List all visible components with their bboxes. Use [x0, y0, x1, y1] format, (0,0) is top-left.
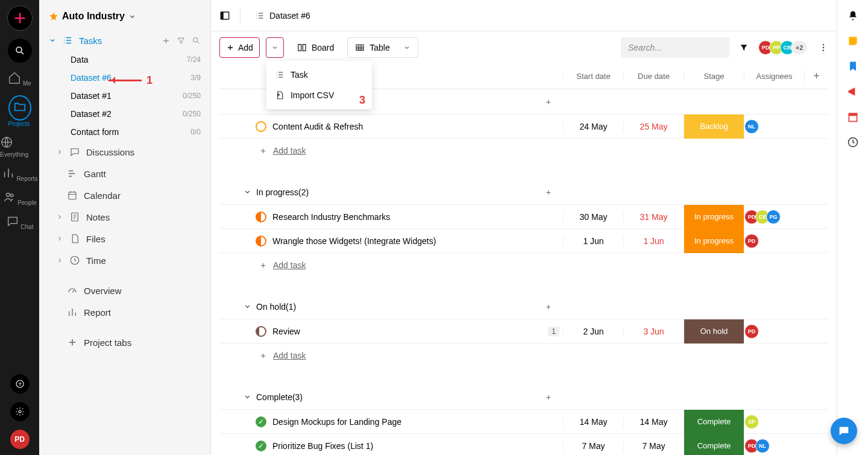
plus-icon: [226, 43, 234, 52]
sidebar-notes[interactable]: Notes: [39, 206, 210, 228]
add-column[interactable]: +: [804, 70, 828, 83]
add-button[interactable]: Add: [219, 37, 260, 58]
project-title[interactable]: Auto Industry: [39, 8, 210, 30]
svg-rect-14: [303, 45, 306, 51]
search-input[interactable]: [621, 37, 729, 58]
nav-rail: Me Projects Everything Reports People Ch…: [0, 0, 39, 455]
assignee-avatars[interactable]: PDPPCB+2: [758, 40, 808, 55]
nav-people[interactable]: People: [3, 190, 37, 206]
clock-icon: [69, 255, 80, 266]
view-table[interactable]: Table: [347, 37, 418, 58]
menu-import-csv[interactable]: Import CSV: [266, 85, 372, 105]
filter-icon[interactable]: [739, 43, 749, 52]
task-row[interactable]: Wrangle those Widgets! (Integrate Widget…: [219, 229, 828, 253]
star-icon: [49, 11, 58, 21]
breadcrumb[interactable]: Dataset #6: [255, 11, 310, 20]
col-stage[interactable]: Stage: [684, 72, 744, 81]
sidebar-report[interactable]: Report: [39, 301, 210, 323]
task-row[interactable]: Research Industry Benchmarks30 May31 May…: [219, 205, 828, 229]
sidebar-item[interactable]: Data7/24: [39, 51, 210, 69]
calendar-icon[interactable]: [847, 111, 859, 123]
add-task[interactable]: Add task: [219, 344, 828, 368]
arrow-1: [108, 80, 142, 81]
group-header[interactable]: Complete(3)+: [219, 384, 828, 410]
right-rail: [837, 0, 868, 455]
chat-fab[interactable]: [831, 418, 857, 444]
search-icon[interactable]: [192, 36, 201, 45]
sidebar-project-tabs[interactable]: Project tabs: [39, 331, 210, 353]
col-start[interactable]: Start date: [563, 72, 623, 81]
group-header[interactable]: In progress(2)+: [219, 180, 828, 205]
col-assignees[interactable]: Assignees: [744, 72, 804, 81]
report-icon: [67, 307, 78, 318]
calendar-icon: [67, 190, 78, 201]
top-bar: Dataset #6: [211, 0, 837, 31]
nav-projects[interactable]: Projects: [8, 95, 31, 127]
sidebar-item[interactable]: Dataset #20/250: [39, 105, 210, 123]
note-icon[interactable]: [847, 35, 859, 47]
avatar-more[interactable]: +2: [791, 40, 808, 55]
svg-point-7: [193, 37, 198, 42]
sidebar-discussions[interactable]: Discussions: [39, 141, 210, 163]
board-icon: [297, 43, 307, 52]
menu-task[interactable]: Task: [266, 64, 372, 85]
table-icon: [355, 43, 365, 52]
svg-rect-15: [356, 45, 363, 50]
add-button-global[interactable]: [8, 6, 32, 30]
nav-me[interactable]: Me: [8, 71, 31, 87]
task-row[interactable]: Content Audit & Refresh24 May25 MayBackl…: [219, 115, 828, 139]
svg-rect-13: [298, 45, 301, 51]
task-table: Start date Due date Stage Assignees + +C…: [211, 64, 837, 455]
sidebar-gantt[interactable]: Gantt: [39, 163, 210, 184]
svg-point-16: [823, 44, 824, 45]
add-dropdown[interactable]: Task Import CSV: [266, 37, 284, 58]
filter-icon[interactable]: [177, 36, 186, 45]
megaphone-icon[interactable]: [847, 86, 859, 98]
nav-reports[interactable]: Reports: [2, 166, 38, 182]
sidebar-item[interactable]: Dataset #63/9: [39, 69, 210, 87]
help-button[interactable]: ?: [10, 374, 30, 394]
gauge-icon: [67, 285, 78, 296]
svg-rect-8: [69, 192, 76, 199]
nav-everything[interactable]: Everything: [0, 136, 39, 158]
sidebar-calendar[interactable]: Calendar: [39, 184, 210, 206]
add-menu: Task Import CSV: [266, 61, 372, 109]
settings-button[interactable]: [10, 402, 30, 421]
sidebar-item[interactable]: Contact form0/0: [39, 123, 210, 141]
col-due[interactable]: Due date: [623, 72, 684, 81]
add-task[interactable]: Add task: [219, 139, 828, 163]
svg-point-17: [823, 47, 824, 48]
task-row[interactable]: ✓Design Mockups for Landing Page14 May14…: [219, 410, 828, 434]
view-board[interactable]: Board: [290, 37, 341, 58]
add-task[interactable]: Add task: [219, 253, 828, 277]
history-icon[interactable]: [847, 136, 859, 148]
notes-icon: [69, 212, 80, 222]
task-row[interactable]: Review12 Jun3 JunOn holdPD: [219, 319, 828, 344]
svg-rect-12: [221, 12, 224, 19]
user-avatar[interactable]: PD: [10, 430, 30, 449]
add-icon[interactable]: [162, 36, 171, 45]
svg-rect-20: [849, 113, 857, 116]
files-icon: [69, 233, 80, 244]
project-sidebar: Auto Industry Tasks Data7/24Dataset #63/…: [39, 0, 211, 455]
sidebar-files[interactable]: Files: [39, 228, 210, 249]
nav-chat[interactable]: Chat: [6, 215, 34, 230]
toolbar: Add Task Import CSV Board Table: [211, 31, 837, 64]
task-row[interactable]: ✓Prioritize Bug Fixes (List 1)7 May7 May…: [219, 434, 828, 455]
bell-icon[interactable]: [847, 10, 859, 22]
chat-icon: [69, 146, 80, 157]
sidebar-overview[interactable]: Overview: [39, 280, 210, 301]
panel-toggle-icon[interactable]: [219, 10, 230, 21]
sidebar-time[interactable]: Time: [39, 249, 210, 271]
sidebar-item[interactable]: Dataset #10/250: [39, 87, 210, 105]
bookmark-icon[interactable]: [847, 60, 859, 72]
sidebar-tasks[interactable]: Tasks: [39, 30, 210, 51]
chevron-down-icon: [403, 44, 410, 51]
task-list-icon: [275, 70, 285, 80]
chevron-down-icon: [128, 13, 136, 20]
group-header[interactable]: On hold(1)+: [219, 294, 828, 319]
main-pane: Dataset #6 Add Task Import CSV Board: [211, 0, 837, 455]
search-global[interactable]: [8, 39, 32, 63]
more-icon[interactable]: [819, 43, 828, 52]
chevron-down-icon: [271, 44, 278, 51]
